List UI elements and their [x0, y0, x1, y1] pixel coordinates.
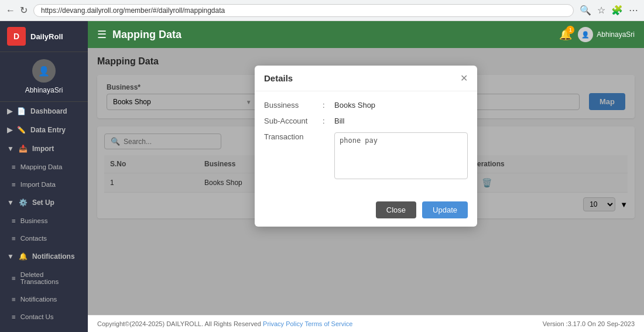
import-data-icon: ≡ — [12, 181, 16, 188]
setup-icon: ⚙️ — [19, 198, 28, 207]
modal-business-label: Bussiness — [264, 101, 323, 109]
import-icon: 📥 — [19, 145, 28, 153]
sidebar-item-contacts[interactable]: ≡ Contacts — [0, 230, 88, 247]
modal-overlay: Details ✕ Bussiness : Books Shop Sub-Acc… — [88, 48, 644, 315]
user-info: 👤 AbhinayaSri — [578, 27, 635, 42]
header-username: AbhinayaSri — [597, 30, 635, 39]
details-modal: Details ✕ Bussiness : Books Shop Sub-Acc… — [255, 66, 477, 227]
sidebar: D DailyRoll 👤 AbhinayaSri ▶ 📄 Dashboard … — [0, 21, 88, 332]
sidebar-item-import-data[interactable]: ≡ Import Data — [0, 176, 88, 193]
deleted-transactions-icon: ≡ — [12, 275, 16, 282]
modal-colon-1: : — [323, 101, 334, 109]
zoom-icon: 🔍 — [580, 5, 591, 16]
chevron-down-icon: ▼ — [7, 145, 14, 153]
modal-colon-2: : — [323, 117, 334, 125]
modal-row-business: Bussiness : Books Shop — [264, 101, 468, 109]
sidebar-avatar: 👤 — [32, 59, 56, 83]
modal-transaction-textarea[interactable] — [334, 132, 468, 179]
notifications-sub-icon: ≡ — [12, 296, 16, 303]
business-icon: ≡ — [12, 217, 16, 224]
sidebar-item-business[interactable]: ≡ Business — [0, 212, 88, 230]
back-icon[interactable]: ← — [6, 5, 15, 16]
modal-title: Details — [264, 73, 293, 83]
contacts-icon: ≡ — [12, 235, 16, 242]
browser-icons: 🔍 ☆ 🧩 ⋯ — [580, 5, 638, 16]
footer-copyright: Copyright©(2024-2025) DAILYROLL. All Rig… — [97, 320, 263, 327]
avatar: 👤 — [578, 27, 593, 42]
chevron-down-icon: ▼ — [7, 252, 14, 261]
address-bar[interactable]: https://devang.dailyroll.org/member/#/da… — [33, 4, 574, 17]
modal-row-transaction: Transaction — [264, 132, 468, 179]
dashboard-icon: 📄 — [17, 107, 26, 115]
footer-version: Version :3.17.0 On 20 Sep-2023 — [543, 320, 635, 327]
modal-footer: Close Update — [255, 196, 477, 227]
modal-close-icon[interactable]: ✕ — [460, 73, 468, 84]
bookmark-icon[interactable]: ☆ — [597, 5, 605, 16]
logo-icon: D — [7, 27, 26, 46]
sidebar-logo: D DailyRoll — [0, 21, 88, 52]
modal-header: Details ✕ — [255, 66, 477, 91]
modal-body: Bussiness : Books Shop Sub-Account : Bil… — [255, 91, 477, 196]
data-entry-icon: ✏️ — [17, 126, 26, 134]
sidebar-item-import[interactable]: ▼ 📥 Import — [0, 139, 88, 158]
notification-badge: 1 — [566, 26, 574, 34]
browser-controls: ← ↻ — [6, 5, 28, 16]
main-area: ☰ Mapping Data 🔔 1 👤 AbhinayaSri Mapping… — [88, 21, 644, 332]
modal-close-button[interactable]: Close — [376, 201, 416, 218]
contact-us-icon: ≡ — [12, 313, 16, 320]
chevron-down-icon: ▼ — [7, 198, 14, 207]
privacy-policy-link[interactable]: Privacy Policy — [263, 320, 303, 327]
top-bar-title: Mapping Data — [112, 29, 181, 41]
modal-business-value: Books Shop — [334, 101, 375, 109]
sidebar-item-notifications[interactable]: ▼ 🔔 Notifications — [0, 247, 88, 266]
top-bar: ☰ Mapping Data 🔔 1 👤 AbhinayaSri — [88, 21, 644, 48]
reload-icon[interactable]: ↻ — [20, 5, 28, 16]
terms-link[interactable]: Terms of Service — [304, 320, 352, 327]
notification-button[interactable]: 🔔 1 — [559, 28, 572, 41]
modal-subaccount-value: Bill — [334, 117, 344, 125]
footer-left: Copyright©(2024-2025) DAILYROLL. All Rig… — [97, 320, 352, 327]
logo-text: DailyRoll — [30, 32, 63, 41]
mapping-data-icon: ≡ — [12, 163, 16, 170]
sidebar-item-mapping-data[interactable]: ≡ Mapping Data — [0, 158, 88, 176]
hamburger-icon[interactable]: ☰ — [97, 28, 107, 41]
browser-bar: ← ↻ https://devang.dailyroll.org/member/… — [0, 0, 644, 21]
sidebar-item-contact-us[interactable]: ≡ Contact Us — [0, 308, 88, 326]
sidebar-item-dashboard[interactable]: ▶ 📄 Dashboard — [0, 102, 88, 121]
menu-icon[interactable]: ⋯ — [629, 5, 638, 16]
modal-update-button[interactable]: Update — [422, 201, 468, 218]
user-section: 👤 AbhinayaSri — [0, 52, 88, 102]
logo-letter: D — [13, 32, 19, 41]
footer: Copyright©(2024-2025) DAILYROLL. All Rig… — [88, 315, 644, 332]
sidebar-item-data-entry[interactable]: ▶ ✏️ Data Entry — [0, 121, 88, 139]
modal-row-subaccount: Sub-Account : Bill — [264, 117, 468, 125]
top-bar-left: ☰ Mapping Data — [97, 28, 181, 41]
notifications-icon: 🔔 — [19, 252, 28, 261]
content-area: Mapping Data Business* Books Shop ▼ Sub-… — [88, 48, 644, 315]
sidebar-item-setup[interactable]: ▼ ⚙️ Set Up — [0, 193, 88, 212]
chevron-right-icon: ▶ — [7, 126, 12, 134]
extensions-icon[interactable]: 🧩 — [611, 5, 623, 16]
top-bar-right: 🔔 1 👤 AbhinayaSri — [559, 27, 635, 42]
modal-transaction-label: Transaction — [264, 132, 323, 141]
sidebar-item-deleted-transactions[interactable]: ≡ Deleted Transactions — [0, 266, 88, 290]
sidebar-item-notifications-sub[interactable]: ≡ Notifications — [0, 290, 88, 308]
modal-subaccount-label: Sub-Account — [264, 117, 323, 125]
sidebar-username: AbhinayaSri — [7, 86, 81, 94]
chevron-right-icon: ▶ — [7, 107, 12, 115]
